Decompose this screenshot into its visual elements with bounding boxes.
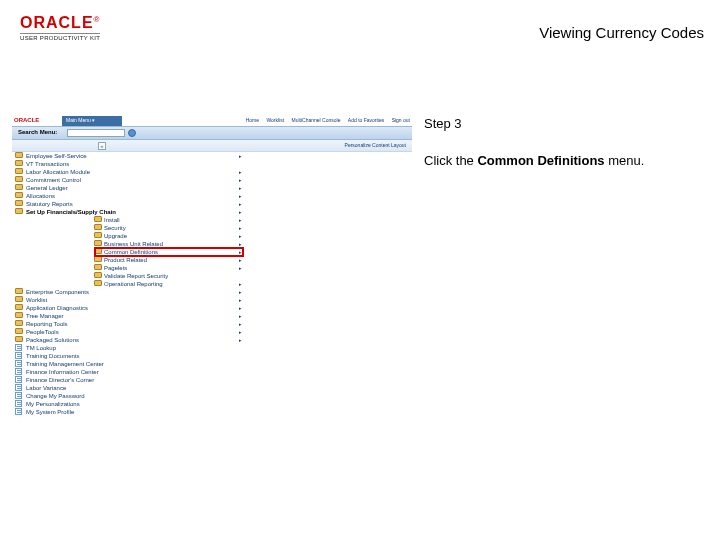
main-menu-tab-label: Main Menu	[66, 117, 91, 123]
expand-arrow-icon: ▸	[239, 328, 242, 336]
expand-arrow-icon: ▸	[239, 312, 242, 320]
menu-item-label: My System Profile	[26, 409, 74, 415]
menu-item-16[interactable]: Training Documents	[12, 352, 246, 360]
nav-home[interactable]: Home	[246, 117, 259, 123]
expand-arrow-icon: ▸	[239, 200, 242, 208]
folder-icon	[15, 296, 23, 302]
menu-item-11[interactable]: Tree Manager▸	[12, 312, 246, 320]
folder-icon	[94, 232, 102, 238]
logo-brand-text: ORACLE	[20, 14, 94, 31]
menu-item-3[interactable]: Commitment Control▸	[12, 176, 246, 184]
app-brand: ORACLE	[14, 117, 39, 123]
menu-item-9[interactable]: Worklist▸	[12, 296, 246, 304]
folder-icon	[94, 280, 102, 286]
search-input[interactable]	[67, 129, 125, 137]
folder-icon	[15, 288, 23, 294]
menu-item-label: Reporting Tools	[26, 321, 68, 327]
folder-icon	[15, 168, 23, 174]
submenu-item-5[interactable]: Product Related▸	[12, 256, 246, 264]
folder-icon	[15, 304, 23, 310]
menu-item-18[interactable]: Finance Information Center	[12, 368, 246, 376]
menu-item-label: Business Unit Related	[104, 241, 163, 247]
expand-arrow-icon: ▸	[239, 336, 242, 344]
menu-item-2[interactable]: Labor Allocation Module▸	[12, 168, 246, 176]
folder-icon	[94, 216, 102, 222]
menu-item-4[interactable]: General Ledger▸	[12, 184, 246, 192]
application-screenshot: ORACLE Main Menu ▾ Home Worklist MultiCh…	[12, 116, 412, 410]
expand-arrow-icon: ▸	[239, 248, 242, 256]
expand-arrow-icon: ▸	[239, 168, 242, 176]
expand-arrow-icon: ▸	[239, 296, 242, 304]
expand-arrow-icon: ▸	[239, 176, 242, 184]
menu-item-13[interactable]: PeopleTools▸	[12, 328, 246, 336]
logo-subtitle: USER PRODUCTIVITY KIT	[20, 33, 100, 41]
main-menu-tab[interactable]: Main Menu ▾	[62, 116, 122, 126]
submenu-item-0[interactable]: Install▸	[12, 216, 246, 224]
menu-item-label: PeopleTools	[26, 329, 59, 335]
menu-item-label: Finance Director's Corner	[26, 377, 94, 383]
menu-item-14[interactable]: Packaged Solutions▸	[12, 336, 246, 344]
expand-arrow-icon: ▸	[239, 152, 242, 160]
menu-item-10[interactable]: Application Diagnostics▸	[12, 304, 246, 312]
submenu-item-8[interactable]: Operational Reporting▸	[12, 280, 246, 288]
nav-worklist[interactable]: Worklist	[266, 117, 284, 123]
menu-item-5[interactable]: Allocations▸	[12, 192, 246, 200]
menu-item-6[interactable]: Statutory Reports▸	[12, 200, 246, 208]
folder-icon	[15, 328, 23, 334]
app-toolbar: Search Menu:	[12, 126, 412, 140]
menu-item-12[interactable]: Reporting Tools▸	[12, 320, 246, 328]
submenu-item-2[interactable]: Upgrade▸	[12, 232, 246, 240]
document-icon	[15, 400, 22, 407]
menu-item-8[interactable]: Enterprise Components▸	[12, 288, 246, 296]
menu-item-22[interactable]: My Personalizations	[12, 400, 246, 408]
menu-item-label: Finance Information Center	[26, 369, 99, 375]
menu-item-label: Application Diagnostics	[26, 305, 88, 311]
menu-item-label: TM Lookup	[26, 345, 56, 351]
folder-icon	[15, 320, 23, 326]
personalize-link[interactable]: Personalize Content Layout	[345, 142, 406, 148]
folder-icon	[15, 200, 23, 206]
menu-item-label: Pagelets	[104, 265, 127, 271]
menu-item-7[interactable]: Set Up Financials/Supply Chain▸	[12, 208, 246, 216]
nav-atf[interactable]: Add to Favorites	[348, 117, 384, 123]
instruction-prefix: Click the	[424, 153, 477, 168]
menu-item-0[interactable]: Employee Self-Service▸	[12, 152, 246, 160]
menu-item-label: Training Documents	[26, 353, 79, 359]
document-icon	[15, 360, 22, 367]
document-icon	[15, 392, 22, 399]
menu-item-label: Product Related	[104, 257, 147, 263]
submenu-item-7[interactable]: Validate Report Security	[12, 272, 246, 280]
menu-item-1[interactable]: VT Transactions	[12, 160, 246, 168]
submenu-item-6[interactable]: Pagelets▸	[12, 264, 246, 272]
nav-mcc[interactable]: MultiChannel Console	[292, 117, 341, 123]
folder-icon	[15, 208, 23, 214]
menu-item-label: Employee Self-Service	[26, 153, 87, 159]
expand-arrow-icon: ▸	[239, 192, 242, 200]
search-go-icon[interactable]	[128, 129, 136, 137]
page-title: Viewing Currency Codes	[539, 24, 704, 41]
folder-icon	[15, 192, 23, 198]
nav-signout[interactable]: Sign out	[392, 117, 410, 123]
submenu-item-4[interactable]: Common Definitions▸	[12, 248, 246, 256]
expand-arrow-icon: ▸	[239, 256, 242, 264]
document-icon	[15, 384, 22, 391]
submenu-item-3[interactable]: Business Unit Related▸	[12, 240, 246, 248]
folder-icon	[94, 248, 102, 254]
menu-item-21[interactable]: Change My Password	[12, 392, 246, 400]
menu-item-label: Install	[104, 217, 120, 223]
folder-icon	[94, 264, 102, 270]
document-icon	[15, 352, 22, 359]
menu-collapse-arrow-icon[interactable]: «	[98, 142, 106, 150]
menu-item-23[interactable]: My System Profile	[12, 408, 246, 416]
submenu-item-1[interactable]: Security▸	[12, 224, 246, 232]
menu-item-19[interactable]: Finance Director's Corner	[12, 376, 246, 384]
menu-item-15[interactable]: TM Lookup	[12, 344, 246, 352]
menu-item-label: Labor Allocation Module	[26, 169, 90, 175]
menu-item-label: Validate Report Security	[104, 273, 168, 279]
menu-item-17[interactable]: Training Management Center	[12, 360, 246, 368]
app-sub-toolbar: « Personalize Content Layout	[12, 140, 412, 152]
document-icon	[15, 376, 22, 383]
menu-item-20[interactable]: Labor Variance	[12, 384, 246, 392]
menu-item-label: General Ledger	[26, 185, 68, 191]
expand-arrow-icon: ▸	[239, 288, 242, 296]
